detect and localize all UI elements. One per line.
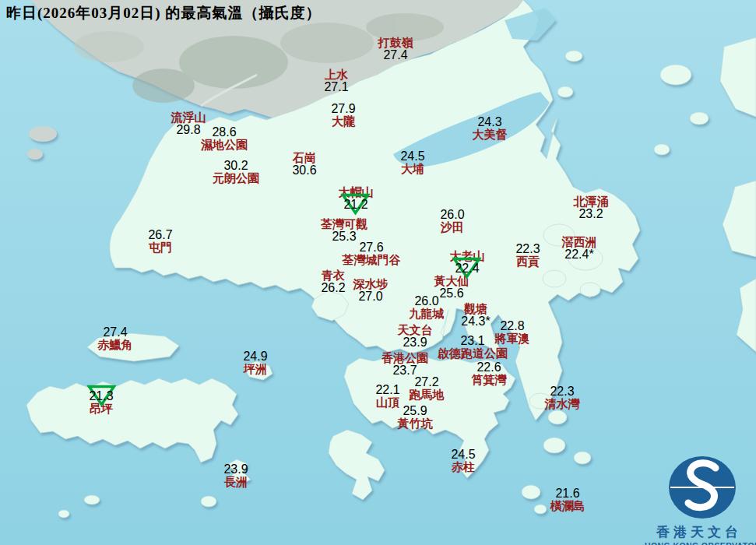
hko-logo-chinese: 香港天文台 (645, 523, 754, 541)
station-value: 22.4* (564, 248, 593, 261)
station-name: 滘西洲 (562, 236, 597, 248)
station-label: 上水27.1 (324, 69, 348, 93)
station-label: 天文台23.9 (398, 324, 433, 349)
station-value: 21.2 (343, 199, 367, 211)
station-value: 22.3 (515, 243, 540, 255)
station-label: 28.6濕地公園 (201, 126, 248, 151)
station-label: 24.3大美督 (473, 116, 508, 141)
island (58, 510, 69, 518)
station-label: 深水埗27.0 (353, 278, 389, 303)
station-name: 石崗 (293, 152, 316, 164)
station-value: 21.6 (555, 487, 579, 500)
station-label: 北潭涌23.2 (574, 195, 609, 220)
station-value: 23.7 (392, 364, 417, 377)
station-name: 屯門 (149, 241, 172, 254)
tap-mun-island (557, 86, 573, 97)
station-name: 荃灣可觀 (321, 218, 367, 230)
tung-lung-island (543, 438, 565, 453)
station-label: 香港公園23.7 (382, 352, 428, 377)
station-value: 25.9 (403, 405, 427, 417)
station-label: 大老山22.4 (450, 250, 485, 275)
hko-logo-emblem (645, 452, 754, 519)
map-title: 昨日(2026年03月02日) 的最高氣溫（攝氏度） (6, 3, 321, 23)
station-name: 大美督 (473, 128, 508, 141)
station-value: 21.3 (89, 390, 113, 403)
station-name: 黃大仙 (434, 275, 469, 287)
island (580, 283, 600, 297)
island (548, 410, 567, 424)
island (543, 270, 566, 287)
station-value: 27.0 (358, 290, 382, 303)
station-label: 26.0沙田 (440, 209, 464, 234)
station-name: 打鼓嶺 (378, 37, 413, 49)
station-value: 23.9 (223, 463, 248, 476)
station-label: 大帽山21.2 (339, 186, 374, 211)
station-value: 22.6 (476, 361, 501, 374)
station-name: 西貢 (516, 255, 540, 268)
island (201, 496, 216, 507)
station-label: 27.6荃灣城門谷 (343, 241, 401, 266)
station-value: 26.2 (321, 282, 345, 294)
station-name: 啟德跑道公園 (438, 347, 508, 360)
station-name: 九龍城 (410, 308, 445, 320)
station-name: 濕地公園 (201, 139, 248, 151)
station-label: 觀塘24.3* (461, 303, 490, 328)
station-label: 21.6橫瀾島 (550, 487, 585, 512)
station-name: 跑馬地 (410, 389, 445, 401)
station-label: 滘西洲22.4* (562, 236, 597, 261)
station-value: 22.1 (375, 384, 399, 396)
station-label: 青衣26.2 (321, 269, 345, 294)
station-label: 30.2元朗公園 (213, 160, 259, 185)
station-value: 27.2 (414, 376, 438, 389)
hko-logo: 香港天文台 HONG KONG OBSERVATORY (645, 452, 754, 545)
station-label: 荃灣可觀25.3 (321, 218, 367, 243)
station-label: 27.2跑馬地 (410, 376, 445, 401)
station-value: 22.8 (500, 320, 524, 332)
station-value: 26.0 (440, 209, 464, 221)
island (565, 51, 582, 62)
weather-map-stage: 昨日(2026年03月02日) 的最高氣溫（攝氏度） 打鼓嶺27.4上水27.1… (0, 0, 756, 545)
station-value: 24.9 (243, 350, 267, 363)
station-label: 打鼓嶺27.4 (378, 37, 413, 62)
island (84, 495, 100, 505)
station-value: 24.5 (451, 448, 475, 461)
station-name: 赤柱 (452, 461, 475, 473)
station-label: 22.1山頂 (375, 384, 399, 409)
station-name: 橫瀾島 (550, 500, 585, 512)
station-value: 23.9 (403, 336, 427, 349)
hong-kong-map (0, 0, 756, 545)
station-name: 山頂 (376, 396, 399, 409)
station-name: 元朗公園 (213, 172, 259, 185)
station-name: 赤鱲角 (98, 339, 133, 351)
station-value: 27.4 (103, 326, 127, 339)
station-label: 27.9大隴 (331, 103, 355, 128)
island (654, 144, 670, 155)
station-value: 22.4 (455, 262, 479, 275)
station-name: 沙田 (441, 221, 464, 234)
station-name: 流浮山 (171, 111, 206, 124)
station-label: 22.3西貢 (515, 243, 540, 268)
station-value: 30.2 (223, 160, 248, 172)
station-name: 北潭涌 (574, 195, 609, 208)
station-value: 29.8 (176, 124, 200, 136)
station-name: 坪洲 (244, 363, 267, 375)
station-value: 23.2 (578, 208, 603, 220)
station-value: 24.3* (461, 315, 490, 328)
station-value: 27.9 (331, 103, 355, 115)
station-value: 22.3 (550, 385, 574, 398)
station-value: 27.1 (324, 81, 348, 93)
station-label: 23.9長洲 (223, 463, 248, 488)
station-label: 24.5赤柱 (451, 448, 475, 473)
station-value: 24.5 (400, 150, 424, 163)
island (534, 505, 547, 514)
station-name: 筲箕灣 (472, 374, 507, 386)
station-label: 27.4赤鱲角 (98, 326, 133, 351)
station-name: 青衣 (322, 269, 345, 282)
station-name: 天文台 (398, 324, 433, 336)
station-label: 26.7屯門 (148, 229, 172, 254)
station-name: 香港公園 (382, 352, 428, 364)
po-toi-island (522, 485, 540, 499)
station-value: 27.4 (383, 49, 407, 62)
station-label: 石崗30.6 (292, 152, 316, 177)
island (574, 452, 591, 464)
